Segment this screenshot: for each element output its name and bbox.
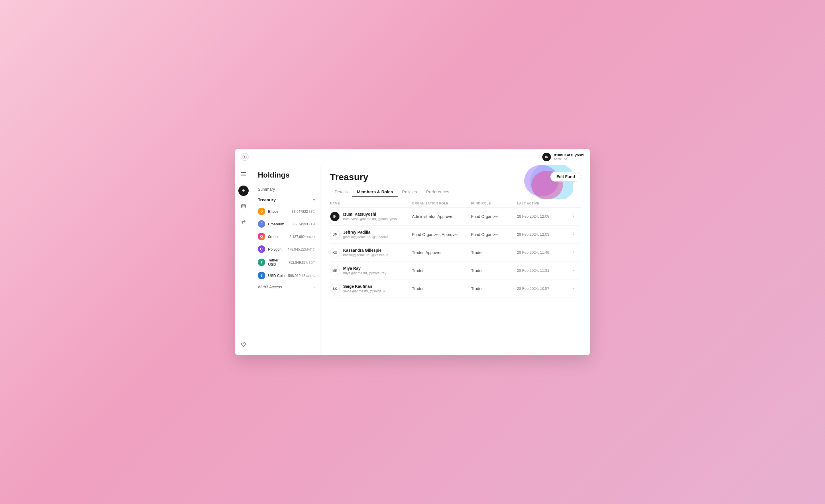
plus-icon: + [242,187,245,194]
last-active: 28 Feb 2024, 11:31 [517,268,570,273]
heart-icon [241,342,246,348]
member-email: kassie@acme.ltd, @kassie_g [343,253,388,257]
member-cell: IK Izumi Katsuyoshi katsuyoshi@acme.ltd,… [330,212,412,221]
user-info[interactable]: IK Izumi Katsuyoshi Acme Ltd [542,153,584,161]
table-body: IK Izumi Katsuyoshi katsuyoshi@acme.ltd,… [330,207,581,298]
member-email: katsuyoshi@acme.ltd, @katsuyoshi [343,217,398,221]
more-options-button[interactable]: ⋮ [570,213,578,221]
coin-name: 0redo [268,235,287,239]
coin-item[interactable]: $ USD Coin 588,910.48USDC [252,269,320,282]
coin-icon: ₮ [258,259,265,266]
content-header: Treasury Edit Fund [321,165,590,182]
tabs-row: DetailsMembers & RolesPoliciesPreference… [321,182,590,197]
member-info: Kassandra Gillespie kassie@acme.ltd, @ka… [343,248,388,257]
coin-amount: 588,910.48USDC [288,273,315,278]
member-name: Kassandra Gillespie [343,248,388,253]
avatar: IK [330,212,340,221]
coin-amount: 37.647822BTC [292,209,315,214]
coin-amount: 382.74993ETH [292,222,315,226]
sidebar-icons: + [235,165,252,355]
more-options-button[interactable]: ⋮ [570,249,578,257]
edit-fund-button[interactable]: Edit Fund [550,172,581,182]
more-options-button[interactable]: ⋮ [570,285,578,293]
table-row: SK Saige Kaufman saige@acme.ltd, @saige_… [330,280,581,298]
fund-role: Fund Organizer [471,232,517,237]
tab-policies[interactable]: Policies [398,187,422,197]
last-active: 28 Feb 2024, 11:49 [517,250,570,255]
more-options-button[interactable]: ⋮ [570,267,578,275]
nav-panel: Holdings Summary Treasury ▾ ₿ Bitcoin 37… [252,165,321,355]
coin-amount: 752,849.37USDT [289,260,315,265]
last-active: 28 Feb 2024, 10:57 [517,286,570,291]
database-button[interactable] [238,201,249,212]
hamburger-icon [241,172,246,177]
coin-name: Polygon [268,247,285,251]
summary-label: Summary [258,187,275,191]
chevron-down-icon: ▾ [313,198,315,202]
coin-item[interactable]: ⬡ Polygon 478,945.22MATIC [252,243,320,255]
coin-item[interactable]: Ξ Ethereum 382.74993ETH [252,218,320,230]
member-cell: SK Saige Kaufman saige@acme.ltd, @saige_… [330,284,412,293]
avatar: IK [542,153,551,161]
fund-role: Trader [471,250,517,255]
web3-arrow-icon: › [314,285,315,289]
org-role: Trader [412,268,471,273]
member-email: saige@acme.ltd, @saige_k [343,289,385,293]
table-area: NAME ORGANIZATION ROLE FUND ROLE LAST AC… [321,197,590,355]
svg-rect-3 [241,174,246,174]
th-name: NAME [330,201,412,205]
more-options-button[interactable]: ⋮ [570,231,578,239]
treasury-nav-section[interactable]: Treasury ▾ [252,194,320,205]
user-text: Izumi Katsuyoshi Acme Ltd [554,153,584,161]
add-button[interactable]: + [238,185,249,196]
member-name: Jeffrey Padilla [343,230,388,235]
user-org: Acme Ltd [554,157,584,161]
member-cell: JP Jeffrey Padilla jpadilla@acme.ltd, @j… [330,230,412,239]
main-layout: + [235,165,590,355]
favorites-button[interactable] [238,340,249,350]
org-role: Administrator, Approver [412,214,471,219]
member-info: Saige Kaufman saige@acme.ltd, @saige_k [343,284,385,293]
web3-nav-item[interactable]: Web3 Access › [252,282,320,292]
svg-rect-2 [241,172,246,173]
user-name: Izumi Katsuyoshi [554,153,584,157]
hamburger-button[interactable] [238,170,249,180]
member-email: miya@acme.ltd, @miya_ray [343,271,386,275]
fund-role: Trader [471,268,517,273]
database-icon [241,203,246,210]
org-role: Trader, Approver [412,250,471,255]
coin-item[interactable]: Q 0redo 2,137,892QRDO [252,230,320,243]
th-fund-role: FUND ROLE [471,201,517,205]
avatar: KG [330,248,340,257]
org-role: Trader [412,286,471,291]
transfer-button[interactable] [238,218,249,228]
tab-preferences[interactable]: Preferences [422,187,454,197]
coin-item[interactable]: ₮ Tether USD 752,849.37USDT [252,255,320,269]
coin-name: Bitcoin [268,209,289,214]
coin-amount: 478,945.22MATIC [288,247,315,251]
last-active: 28 Feb 2024, 12:08 [517,214,570,219]
member-cell: MR Miya Ray miya@acme.ltd, @miya_ray [330,266,412,275]
fund-role: Trader [471,286,517,291]
treasury-label: Treasury [258,197,276,202]
tab-details[interactable]: Details [330,187,352,197]
table-row: IK Izumi Katsuyoshi katsuyoshi@acme.ltd,… [330,207,581,226]
fund-role: Fund Organizer [471,214,517,219]
tab-members-roles[interactable]: Members & Roles [352,187,398,197]
th-actions [570,201,581,205]
avatar: JP [330,230,340,239]
coin-icon: $ [258,272,265,279]
member-info: Izumi Katsuyoshi katsuyoshi@acme.ltd, @k… [343,212,398,221]
coin-name: Tether USD [268,258,286,267]
svg-point-5 [241,204,245,206]
coin-icon: Q [258,233,265,240]
summary-nav-item[interactable]: Summary [252,184,320,194]
member-info: Jeffrey Padilla jpadilla@acme.ltd, @j_pa… [343,230,388,239]
org-role: Fund Organizer, Approver [412,232,471,237]
transfer-icon [241,220,246,226]
top-bar: IK Izumi Katsuyoshi Acme Ltd [235,149,590,165]
coin-amount: 2,137,892QRDO [290,235,315,239]
coin-item[interactable]: ₿ Bitcoin 37.647822BTC [252,205,320,218]
svg-point-1 [244,156,245,158]
app-logo [241,153,249,161]
